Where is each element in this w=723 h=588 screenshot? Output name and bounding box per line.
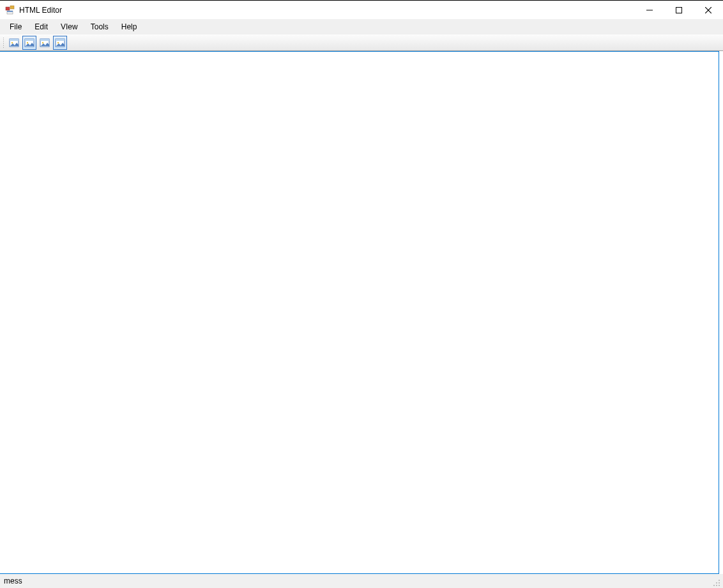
titlebar-left: HTML Editor	[5, 5, 62, 15]
svg-point-25	[719, 585, 720, 586]
menu-help[interactable]: Help	[116, 20, 143, 33]
svg-rect-0	[6, 7, 10, 10]
minimize-button[interactable]	[635, 1, 664, 19]
svg-rect-9	[10, 39, 19, 41]
svg-rect-12	[25, 39, 34, 41]
close-icon	[705, 7, 712, 13]
editor-content-area[interactable]	[0, 51, 719, 574]
menu-tools[interactable]: Tools	[85, 20, 114, 33]
resize-grip-icon	[712, 578, 720, 587]
svg-point-13	[27, 41, 28, 43]
image-icon	[40, 38, 50, 48]
maximize-button[interactable]	[664, 1, 694, 19]
svg-rect-18	[56, 39, 65, 41]
svg-rect-15	[40, 39, 49, 41]
image-icon	[9, 38, 19, 48]
maximize-icon	[676, 7, 682, 13]
svg-point-10	[11, 41, 13, 43]
svg-point-19	[57, 41, 59, 43]
titlebar: HTML Editor	[0, 0, 723, 19]
menu-file[interactable]: File	[4, 20, 27, 33]
svg-point-16	[42, 41, 43, 43]
tool-button-2[interactable]	[22, 36, 36, 50]
image-icon	[55, 38, 65, 48]
svg-rect-5	[676, 7, 682, 13]
status-text: mess	[3, 577, 22, 585]
image-icon	[24, 38, 34, 48]
statusbar: mess	[0, 574, 723, 588]
tool-button-3[interactable]	[38, 36, 52, 50]
window-title: HTML Editor	[19, 6, 62, 15]
tool-button-4[interactable]	[53, 36, 67, 50]
svg-point-24	[716, 585, 717, 586]
toolbar-grip[interactable]	[3, 37, 4, 49]
window-controls	[635, 1, 723, 19]
svg-point-20	[719, 580, 720, 581]
close-button[interactable]	[694, 1, 723, 19]
menu-view[interactable]: VIew	[55, 20, 84, 33]
app-icon	[5, 5, 15, 15]
svg-rect-1	[10, 6, 14, 9]
svg-rect-3	[7, 11, 13, 12]
minimize-icon	[646, 7, 653, 13]
svg-point-21	[716, 582, 717, 584]
tool-button-1[interactable]	[7, 36, 21, 50]
toolbar	[0, 34, 723, 51]
svg-point-23	[713, 585, 715, 586]
menubar: File Edit VIew Tools Help	[0, 19, 723, 34]
resize-grip[interactable]	[712, 578, 720, 587]
svg-point-22	[719, 582, 720, 584]
menu-edit[interactable]: Edit	[29, 20, 54, 33]
